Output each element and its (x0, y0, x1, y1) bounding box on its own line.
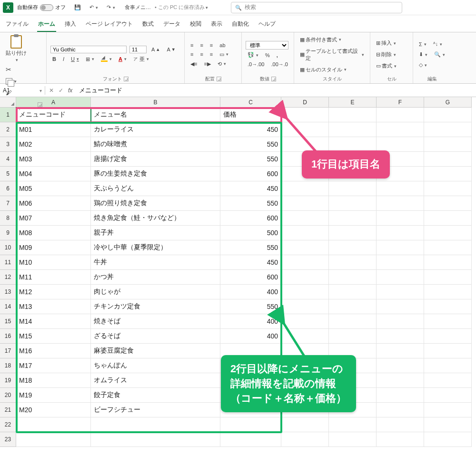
sort-filter-icon[interactable]: ᴬ↓ (431, 40, 445, 48)
cell[interactable]: 価格 (220, 108, 281, 122)
number-format-combo[interactable]: 標準 (246, 41, 288, 50)
col-header[interactable]: F (377, 97, 424, 108)
cell[interactable] (329, 211, 377, 226)
cell[interactable] (424, 299, 472, 314)
fx-icon[interactable]: fx (68, 87, 72, 94)
cell[interactable] (91, 417, 220, 432)
font-color-button[interactable]: A (117, 55, 129, 63)
cell[interactable]: M01 (16, 122, 91, 137)
cell[interactable]: M18 (16, 373, 91, 388)
cell[interactable] (281, 432, 329, 447)
conditional-formatting-button[interactable]: ▦ 条件付き書式 (298, 35, 366, 44)
cell[interactable] (281, 211, 329, 226)
cell[interactable]: 冷やし中華（夏季限定） (91, 240, 220, 255)
row-header[interactable]: 13 (0, 285, 16, 299)
clear-icon[interactable]: ◇ (417, 61, 429, 69)
cell[interactable]: 肉じゃが (91, 285, 220, 299)
cell[interactable]: オムライス (91, 373, 220, 388)
enter-icon[interactable] (59, 87, 63, 94)
row-header[interactable]: 7 (0, 196, 16, 211)
indent-decrease-icon[interactable]: ◀≡ (188, 60, 199, 68)
tab-insert[interactable]: 挿入 (64, 18, 77, 32)
cell[interactable]: 550 (220, 196, 281, 211)
cell[interactable]: M07 (16, 211, 91, 226)
cell[interactable] (377, 211, 424, 226)
cell[interactable]: 600 (220, 270, 281, 285)
cell[interactable]: チキンカツ定食 (91, 299, 220, 314)
insert-cells-button[interactable]: ⊞ 挿入 (374, 39, 409, 48)
cell[interactable]: 餃子定食 (91, 388, 220, 403)
cell[interactable]: M17 (16, 358, 91, 373)
cell[interactable] (329, 285, 377, 299)
cell[interactable] (424, 152, 472, 167)
cell[interactable]: ざるそば (91, 329, 220, 344)
col-header[interactable]: E (329, 97, 377, 108)
align-bottom-icon[interactable]: ≡ (208, 41, 215, 49)
cell[interactable] (377, 285, 424, 299)
align-top-icon[interactable]: ≡ (188, 41, 195, 49)
cell[interactable] (281, 299, 329, 314)
align-left-icon[interactable]: ≡ (188, 50, 195, 58)
orientation-icon[interactable]: ⟲ (216, 60, 228, 68)
cell[interactable]: M13 (16, 299, 91, 314)
indent-increase-icon[interactable]: ≡▶ (202, 60, 212, 68)
bold-button[interactable]: B (50, 55, 58, 63)
cell[interactable]: 550 (220, 240, 281, 255)
border-button[interactable]: ⊞ (84, 55, 96, 63)
cell[interactable]: 550 (220, 299, 281, 314)
cell[interactable] (424, 255, 472, 270)
cell[interactable] (377, 358, 424, 373)
saved-location[interactable]: • この PC に保存済み (155, 4, 208, 11)
cell[interactable] (16, 432, 91, 447)
cell[interactable]: M09 (16, 240, 91, 255)
cell[interactable] (329, 270, 377, 285)
row-header[interactable]: 4 (0, 152, 16, 167)
cell[interactable]: M08 (16, 226, 91, 240)
cell[interactable] (377, 196, 424, 211)
cell[interactable] (377, 432, 424, 447)
cell[interactable]: 麻婆豆腐定食 (91, 344, 220, 358)
cell[interactable] (329, 299, 377, 314)
row-header[interactable]: 18 (0, 358, 16, 373)
row-header[interactable]: 5 (0, 167, 16, 181)
tab-review[interactable]: 校閲 (189, 18, 202, 32)
cell[interactable] (377, 344, 424, 358)
cell[interactable]: M16 (16, 344, 91, 358)
cell[interactable]: 400 (220, 329, 281, 344)
row-header[interactable]: 10 (0, 240, 16, 255)
cell[interactable] (377, 388, 424, 403)
cell[interactable] (424, 122, 472, 137)
row-header[interactable]: 14 (0, 299, 16, 314)
tab-formulas[interactable]: 数式 (141, 18, 155, 32)
cell[interactable] (424, 137, 472, 152)
cell[interactable]: 550 (220, 137, 281, 152)
name-box[interactable]: A1 (0, 86, 45, 95)
cell[interactable]: 450 (220, 255, 281, 270)
cell[interactable] (329, 417, 377, 432)
cell[interactable]: かつ丼 (91, 270, 220, 285)
increase-font-icon[interactable]: A▲ (149, 46, 162, 53)
accounting-format-icon[interactable]: 💱 (246, 51, 260, 59)
cell[interactable]: M12 (16, 285, 91, 299)
cell[interactable] (329, 137, 377, 152)
cell[interactable] (281, 181, 329, 196)
tab-file[interactable]: ファイル (5, 18, 30, 32)
undo-icon[interactable]: ↶ (88, 3, 100, 11)
cell[interactable] (424, 196, 472, 211)
fill-icon[interactable]: ⬇ (417, 50, 429, 59)
format-cells-button[interactable]: ▭ 書式 (374, 61, 409, 70)
cell[interactable] (329, 255, 377, 270)
save-icon[interactable]: 💾 (72, 3, 83, 11)
cell[interactable]: M14 (16, 314, 91, 329)
expand-icon[interactable] (38, 102, 42, 107)
formula-input[interactable] (76, 86, 476, 95)
cell[interactable]: 500 (220, 226, 281, 240)
decrease-decimal-icon[interactable]: .00→.0 (269, 60, 289, 68)
cell[interactable]: 600 (220, 211, 281, 226)
cell[interactable]: メニュー名 (91, 108, 220, 122)
cell[interactable] (424, 270, 472, 285)
cut-icon[interactable] (4, 65, 19, 74)
cell[interactable] (377, 299, 424, 314)
row-header[interactable]: 19 (0, 373, 16, 388)
cell[interactable] (424, 285, 472, 299)
